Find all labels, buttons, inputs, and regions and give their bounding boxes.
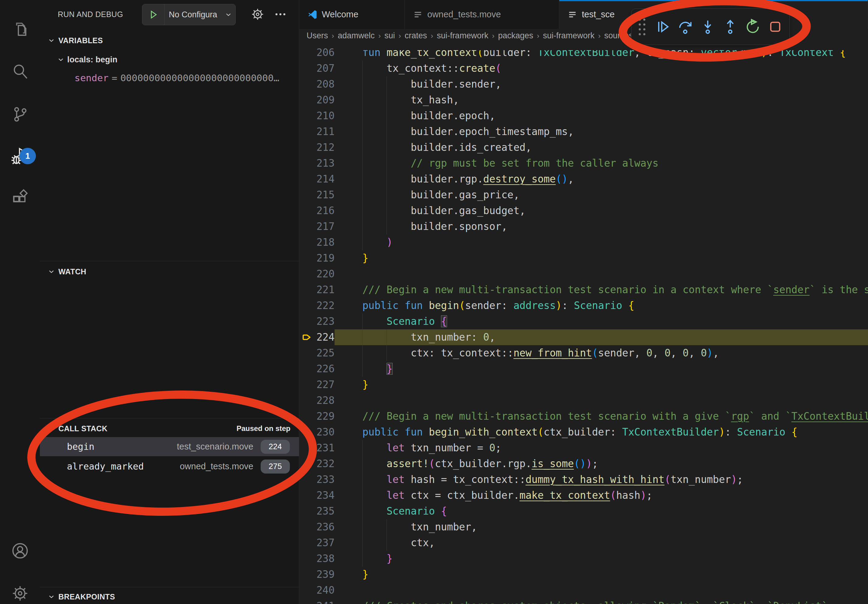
code-line-206: 206 fun make_tx_context(builder: TxConte… <box>299 45 868 60</box>
breakpoint-gutter[interactable] <box>299 519 315 535</box>
tab-welcome[interactable]: Welcome <box>299 0 405 29</box>
breakpoint-gutter[interactable] <box>299 187 315 203</box>
chevron-down-icon <box>47 424 57 432</box>
breakpoint-gutter[interactable] <box>299 361 315 377</box>
debug-settings-button[interactable] <box>251 7 265 21</box>
line-text: let txn_number = 0; <box>335 440 501 456</box>
explorer-icon <box>11 20 29 39</box>
restart-button[interactable] <box>741 13 764 40</box>
breakpoint-gutter[interactable] <box>299 219 315 234</box>
breakpoint-gutter[interactable] <box>299 171 315 187</box>
variables-scope-row[interactable]: locals: begin <box>40 51 299 68</box>
activity-item-search[interactable] <box>0 55 40 88</box>
breakpoint-gutter[interactable] <box>299 598 315 604</box>
breakpoint-gutter[interactable] <box>299 155 315 171</box>
current-frame-icon <box>301 332 313 343</box>
continue-button[interactable] <box>651 13 674 40</box>
code-line-214: 214 builder.rgp.destroy_some(), <box>299 171 868 187</box>
line-number: 214 <box>315 171 335 187</box>
breadcrumb-item[interactable]: sources <box>604 31 633 40</box>
breakpoint-gutter[interactable] <box>299 314 315 329</box>
line-number: 221 <box>315 282 335 298</box>
line-number: 226 <box>315 361 335 377</box>
activity-item-run-and-debug[interactable]: 1 <box>0 139 40 173</box>
breakpoint-gutter[interactable] <box>299 488 315 503</box>
breakpoint-gutter[interactable] <box>299 45 315 60</box>
stack-frame-begin[interactable]: begin test_scenario.move 224 <box>40 437 299 456</box>
breakpoint-gutter[interactable] <box>299 567 315 582</box>
step-out-icon <box>722 19 738 35</box>
breakpoint-gutter[interactable] <box>299 266 315 282</box>
breakpoint-gutter[interactable] <box>299 535 315 551</box>
breakpoint-gutter[interactable] <box>299 472 315 488</box>
activity-item-settings[interactable] <box>0 577 40 604</box>
breakpoint-gutter[interactable] <box>299 203 315 219</box>
breakpoint-gutter[interactable] <box>299 234 315 250</box>
breakpoint-gutter[interactable] <box>299 582 315 598</box>
breakpoints-section-header[interactable]: BREAKPOINTS <box>40 589 299 604</box>
views-more-actions-button[interactable] <box>273 7 289 21</box>
activity-item-accounts[interactable] <box>0 534 40 567</box>
variables-section-header[interactable]: VARIABLES <box>40 33 299 48</box>
activity-item-source-control[interactable] <box>0 97 40 131</box>
step-out-button[interactable] <box>719 13 741 40</box>
call-stack-section-header[interactable]: CALL STACK Paused on step <box>40 421 299 437</box>
code-line-237: 237 ctx, <box>299 535 868 551</box>
step-over-icon <box>677 19 693 35</box>
activity-item-explorer[interactable] <box>0 13 40 46</box>
breadcrumb-separator: › <box>427 32 437 40</box>
line-number: 224 <box>315 329 335 345</box>
breadcrumb-item[interactable]: packages <box>498 31 533 40</box>
stack-frame-already_marked[interactable]: already_marked owned_tests.move 275 <box>40 457 299 476</box>
breakpoint-gutter[interactable] <box>299 92 315 108</box>
breadcrumb-item[interactable]: sui-framework <box>437 31 488 40</box>
line-number: 240 <box>315 582 335 598</box>
breakpoint-gutter[interactable] <box>299 551 315 567</box>
line-text: public fun begin(sender: address): Scena… <box>335 298 634 314</box>
breadcrumb-item[interactable]: crates <box>405 31 427 40</box>
breakpoint-gutter[interactable] <box>299 393 315 409</box>
breakpoint-gutter[interactable] <box>299 76 315 92</box>
code-line-211: 211 builder.epoch_timestamp_ms, <box>299 124 868 139</box>
start-debugging-button[interactable] <box>142 4 164 25</box>
breakpoint-gutter[interactable] <box>299 282 315 298</box>
code-editor[interactable]: 206 fun make_tx_context(builder: TxConte… <box>299 43 868 604</box>
breakpoint-gutter[interactable] <box>299 108 315 124</box>
stop-button[interactable] <box>764 13 786 40</box>
tab-owned-tests-move[interactable]: owned_tests.move <box>405 0 559 29</box>
sidebar-title: RUN AND DEBUG <box>58 0 123 29</box>
code-line-220: 220 <box>299 266 868 282</box>
breakpoint-gutter[interactable] <box>299 60 315 76</box>
activity-item-extensions[interactable] <box>0 181 40 215</box>
breakpoint-gutter[interactable] <box>299 456 315 472</box>
line-number: 208 <box>315 76 335 92</box>
breadcrumb-item[interactable]: adamwelc <box>338 31 375 40</box>
breakpoint-gutter[interactable] <box>299 424 315 440</box>
toolbar-drag-handle[interactable] <box>637 17 646 37</box>
breakpoint-gutter[interactable] <box>299 440 315 456</box>
activity-bar: 1 <box>0 0 40 604</box>
watch-section-header[interactable]: WATCH <box>40 263 299 280</box>
breakpoint-gutter[interactable] <box>299 124 315 139</box>
breakpoint-gutter[interactable] <box>299 409 315 424</box>
step-over-button[interactable] <box>674 13 696 40</box>
breakpoint-gutter[interactable] <box>299 298 315 314</box>
frame-line-badge: 224 <box>260 440 290 454</box>
variable-row[interactable]: sender = 000000000000000000000000000… <box>40 69 299 87</box>
breadcrumb-separator: › <box>595 32 604 40</box>
breadcrumb-item[interactable]: sui <box>384 31 395 40</box>
breakpoint-gutter[interactable] <box>299 250 315 266</box>
breadcrumb-item[interactable]: sui-framework <box>543 31 595 40</box>
breakpoint-gutter[interactable] <box>299 329 315 345</box>
breadcrumb-item[interactable]: Users <box>307 31 328 40</box>
breakpoint-gutter[interactable] <box>299 377 315 393</box>
code-line-241: 241 /// Creates and shares system object… <box>299 598 868 604</box>
breakpoints-section-label: BREAKPOINTS <box>58 592 115 601</box>
breakpoint-gutter[interactable] <box>299 503 315 519</box>
code-line-227: 227 } <box>299 377 868 393</box>
breakpoint-gutter[interactable] <box>299 139 315 155</box>
step-into-button[interactable] <box>696 13 719 40</box>
breakpoint-gutter[interactable] <box>299 345 315 361</box>
debug-configuration-picker[interactable]: No Configura <box>142 4 236 25</box>
line-number: 239 <box>315 567 335 582</box>
